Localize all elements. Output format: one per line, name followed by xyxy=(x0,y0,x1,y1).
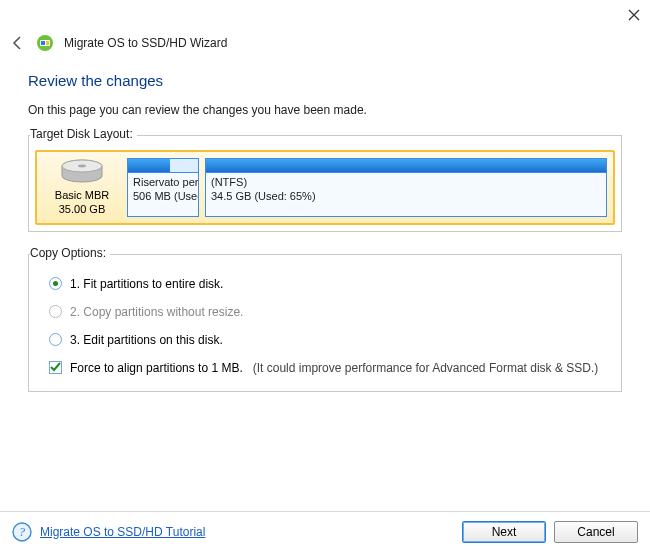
target-disk-label: Target Disk Layout: xyxy=(30,127,137,141)
hard-disk-icon xyxy=(59,158,105,186)
svg-text:?: ? xyxy=(19,525,25,539)
window-title: Migrate OS to SSD/HD Wizard xyxy=(64,36,227,50)
partition-size: 34.5 GB (Used: 65%) xyxy=(211,190,601,204)
disk-size: 35.00 GB xyxy=(59,202,105,216)
copy-options-label: Copy Options: xyxy=(30,246,110,260)
option-copy-without-resize: 2. Copy partitions without resize. xyxy=(49,305,601,319)
option-align-partitions[interactable]: Force to align partitions to 1 MB. (It c… xyxy=(49,361,601,375)
align-hint: (It could improve performance for Advanc… xyxy=(253,361,598,375)
next-button[interactable]: Next xyxy=(462,521,546,543)
radio-icon xyxy=(49,305,62,318)
page-description: On this page you can review the changes … xyxy=(28,103,622,117)
page-heading: Review the changes xyxy=(28,72,622,89)
partition-reserved[interactable]: Riservato per i 506 MB (Used: xyxy=(127,158,199,217)
disk-type: Basic MBR xyxy=(55,188,109,202)
partition-ntfs[interactable]: (NTFS) 34.5 GB (Used: 65%) xyxy=(205,158,607,217)
disk-info: Basic MBR 35.00 GB xyxy=(43,158,121,217)
cancel-button[interactable]: Cancel xyxy=(554,521,638,543)
target-disk-group: Target Disk Layout: Basic MBR 35.00 GB xyxy=(28,127,622,232)
help-icon[interactable]: ? xyxy=(12,522,32,542)
back-arrow-icon[interactable] xyxy=(10,35,26,51)
option-label: 2. Copy partitions without resize. xyxy=(70,305,243,319)
copy-options-group: Copy Options: 1. Fit partitions to entir… xyxy=(28,246,622,392)
option-label: 1. Fit partitions to entire disk. xyxy=(70,277,223,291)
option-fit-partitions[interactable]: 1. Fit partitions to entire disk. xyxy=(49,277,601,291)
close-icon[interactable] xyxy=(628,9,640,21)
option-label: 3. Edit partitions on this disk. xyxy=(70,333,223,347)
partition-name: (NTFS) xyxy=(211,176,601,190)
app-icon xyxy=(36,34,54,52)
disk-layout-panel[interactable]: Basic MBR 35.00 GB Riservato per i 506 M… xyxy=(35,150,615,225)
checkbox-icon[interactable] xyxy=(49,361,62,374)
svg-rect-3 xyxy=(46,41,49,45)
svg-rect-2 xyxy=(41,41,45,45)
option-edit-partitions[interactable]: 3. Edit partitions on this disk. xyxy=(49,333,601,347)
radio-icon[interactable] xyxy=(49,333,62,346)
partition-name: Riservato per i xyxy=(133,176,193,190)
svg-point-6 xyxy=(78,165,86,168)
tutorial-link[interactable]: Migrate OS to SSD/HD Tutorial xyxy=(40,525,205,539)
align-label: Force to align partitions to 1 MB. xyxy=(70,361,243,375)
radio-icon[interactable] xyxy=(49,277,62,290)
partition-size: 506 MB (Used: xyxy=(133,190,193,204)
